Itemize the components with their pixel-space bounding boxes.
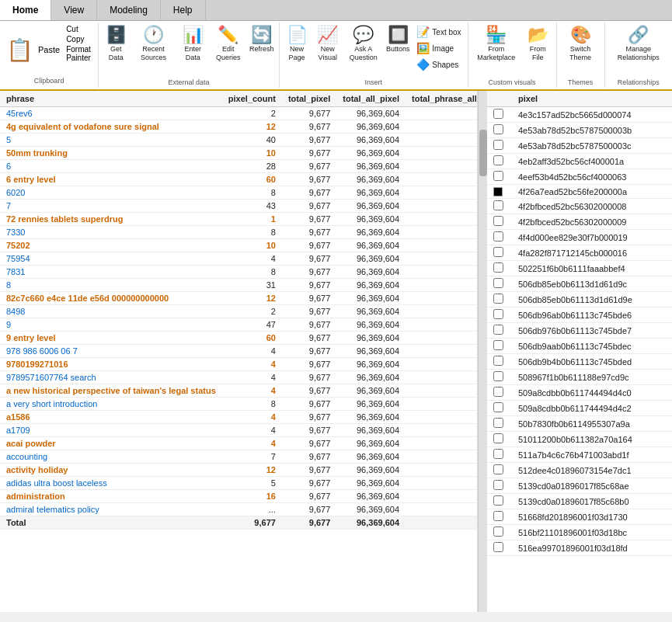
pixel-checkbox-cell[interactable] bbox=[487, 540, 512, 556]
pixel-checkbox-cell[interactable] bbox=[487, 199, 512, 214]
paste-button[interactable]: 📋 Paste bbox=[3, 24, 63, 75]
pixel-checkbox-cell[interactable] bbox=[487, 416, 512, 432]
switch-theme-button[interactable]: 🎨 Switch Theme bbox=[560, 24, 601, 64]
pixel-row-checkbox[interactable] bbox=[493, 216, 503, 226]
pixel-checkbox-cell[interactable] bbox=[487, 401, 512, 416]
enter-data-label: Enter Data bbox=[181, 45, 205, 62]
pixel-checkbox-cell[interactable] bbox=[487, 292, 512, 308]
cut-button[interactable]: Cut bbox=[64, 24, 95, 34]
pixel-row-checkbox[interactable] bbox=[493, 449, 503, 459]
pixel-checkbox-cell[interactable] bbox=[487, 323, 512, 339]
tab-view[interactable]: View bbox=[51, 0, 97, 20]
image-button[interactable]: 🖼️ Image bbox=[413, 40, 464, 56]
pixel-row-checkbox[interactable] bbox=[493, 262, 503, 273]
pixel-count-cell: 60 bbox=[222, 332, 282, 345]
new-visual-button[interactable]: 📈 New Visual bbox=[312, 24, 343, 64]
tab-modeling[interactable]: Modeling bbox=[97, 0, 161, 20]
pixel-checkbox-cell[interactable] bbox=[487, 308, 512, 323]
pixel-checkbox-cell[interactable] bbox=[487, 154, 512, 169]
pixel-row-checkbox[interactable] bbox=[493, 480, 503, 490]
pixel-checkbox-cell[interactable] bbox=[487, 370, 512, 385]
pixel-checkbox-cell[interactable] bbox=[487, 245, 512, 261]
pixel-checkbox-cell[interactable] bbox=[487, 432, 512, 447]
pixel-checkbox-cell[interactable] bbox=[487, 276, 512, 292]
pixel-checkbox-cell[interactable] bbox=[487, 494, 512, 509]
pixel-row-checkbox[interactable] bbox=[493, 140, 503, 150]
manage-relationships-button[interactable]: 🔗 Manage Relationships bbox=[608, 24, 669, 64]
total-pixel-cell: 9,677 bbox=[282, 305, 336, 318]
pixel-checkbox-cell[interactable] bbox=[487, 447, 512, 463]
pixel-row-checkbox[interactable] bbox=[493, 387, 503, 397]
pixel-row-checkbox[interactable] bbox=[493, 542, 503, 552]
pixel-row: 4f2bfbced52bc56302000008 bbox=[487, 199, 672, 214]
pixel-checkbox-cell[interactable] bbox=[487, 138, 512, 154]
pixel-row-checkbox[interactable] bbox=[493, 294, 503, 304]
pixel-row-checkbox[interactable] bbox=[493, 124, 503, 134]
pixel-row-checkbox[interactable] bbox=[493, 200, 503, 210]
pixel-checkbox-cell[interactable] bbox=[487, 354, 512, 370]
pixel-count-cell: 4 bbox=[222, 411, 282, 424]
pixel-row-checkbox[interactable] bbox=[493, 433, 503, 443]
pixel-row-checkbox[interactable] bbox=[493, 356, 503, 366]
ribbon: 📋 Paste Cut Copy Format Painter Clipboar… bbox=[0, 21, 672, 91]
refresh-button[interactable]: 🔄 Refresh bbox=[248, 24, 276, 56]
pixel-value-cell: 508967f1b0b611188e97cd9c bbox=[512, 370, 672, 385]
pixel-count-cell: 4 bbox=[222, 384, 282, 398]
pixel-checkbox-cell[interactable] bbox=[487, 478, 512, 494]
pixel-checkbox-cell[interactable] bbox=[487, 230, 512, 245]
copy-button[interactable]: Copy bbox=[64, 34, 95, 44]
scrollbar-thumb[interactable] bbox=[479, 130, 487, 176]
pixel-row-checkbox[interactable] bbox=[493, 511, 503, 521]
pixel-checkbox-cell[interactable] bbox=[487, 185, 512, 199]
total-phrase-all-pixel-cell: 47 bbox=[406, 318, 478, 332]
pixel-checkbox-cell[interactable] bbox=[487, 123, 512, 138]
pixel-row-checkbox[interactable] bbox=[493, 495, 503, 506]
pixel-row-checkbox[interactable] bbox=[493, 309, 503, 319]
text-box-button[interactable]: 📝 Text box bbox=[413, 24, 464, 40]
from-file-button[interactable]: 📂 From File bbox=[523, 24, 553, 64]
tab-help[interactable]: Help bbox=[161, 0, 206, 20]
pixel-checkbox-cell[interactable] bbox=[487, 214, 512, 230]
pixel-row-checkbox[interactable] bbox=[493, 109, 503, 119]
recent-sources-button[interactable]: 🕐 Recent Sources bbox=[131, 24, 175, 64]
pixel-row-checkbox[interactable] bbox=[493, 155, 503, 165]
from-marketplace-button[interactable]: 🏪 From Marketplace bbox=[472, 24, 521, 64]
pixel-row-checkbox[interactable] bbox=[493, 340, 503, 350]
left-table[interactable]: phrase pixel_count total_pixel total_all… bbox=[0, 91, 478, 612]
pixel-checkbox-cell[interactable] bbox=[487, 509, 512, 525]
scrollbar[interactable] bbox=[478, 91, 487, 612]
pixel-row-checkbox[interactable] bbox=[493, 325, 503, 335]
pixel-value-cell: 4f2bfbced52bc56302000008 bbox=[512, 199, 672, 214]
tab-home[interactable]: Home bbox=[0, 0, 51, 20]
pixel-row-checkbox[interactable] bbox=[493, 418, 503, 428]
pixel-checkbox-cell[interactable] bbox=[487, 107, 512, 123]
pixel-row-checkbox[interactable] bbox=[493, 526, 503, 537]
pixel-row-checkbox[interactable] bbox=[493, 247, 503, 257]
right-table[interactable]: pixel 4e3c157ad52bc5665d0000744e53ab78d5… bbox=[487, 91, 672, 612]
enter-data-button[interactable]: 📊 Enter Data bbox=[177, 24, 209, 64]
buttons-button[interactable]: 🔲 Buttons bbox=[384, 24, 412, 56]
pixel-row-checkbox[interactable] bbox=[493, 278, 503, 288]
format-painter-button[interactable]: Format Painter bbox=[64, 44, 95, 63]
pixel-checkbox-cell[interactable] bbox=[487, 261, 512, 276]
pixel-checkbox-cell[interactable] bbox=[487, 169, 512, 185]
table-row: 6289,67796,369,60428 bbox=[0, 160, 478, 173]
pixel-row-checkbox[interactable] bbox=[493, 371, 503, 381]
pixel-checkbox-cell[interactable] bbox=[487, 385, 512, 401]
pixel-row-checkbox[interactable] bbox=[493, 464, 503, 474]
table-row: 7595449,67796,369,6044 bbox=[0, 252, 478, 266]
pixel-checkbox-cell[interactable] bbox=[487, 525, 512, 540]
pixel-row-checkbox[interactable] bbox=[493, 171, 503, 181]
shapes-button[interactable]: 🔷 Shapes bbox=[413, 57, 464, 72]
total-phrase-all-pixel-cell: 4 bbox=[406, 371, 478, 384]
ask-question-button[interactable]: 💬 Ask A Question bbox=[344, 24, 382, 64]
new-page-button[interactable]: 📄 New Page bbox=[283, 24, 312, 64]
pixel-checkbox-cell[interactable] bbox=[487, 339, 512, 354]
pixel-checkbox-cell[interactable] bbox=[487, 463, 512, 478]
pixel-row-checkbox[interactable] bbox=[493, 231, 503, 242]
edit-queries-button[interactable]: ✏️ Edit Queries bbox=[211, 24, 246, 64]
get-data-button[interactable]: 🗄️ Get Data bbox=[102, 24, 130, 64]
phrase-cell: 978 986 6006 06 7 bbox=[0, 345, 222, 358]
pixel-row-checkbox[interactable] bbox=[493, 402, 503, 412]
pixel-count-cell: 7 bbox=[222, 450, 282, 464]
